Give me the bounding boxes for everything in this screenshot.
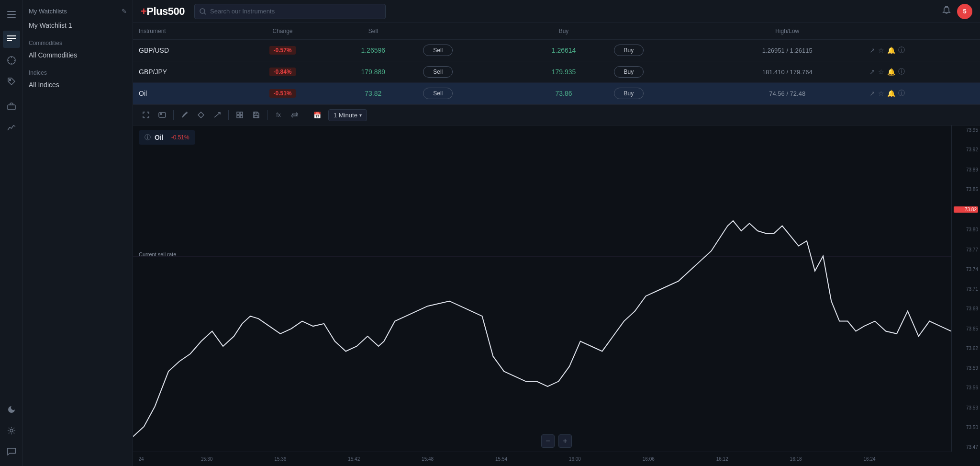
sell-button[interactable]: Sell	[423, 88, 453, 99]
trend-icon[interactable]: ↗	[869, 90, 875, 97]
chart-icon[interactable]	[3, 119, 20, 136]
price-tick: 73.59	[954, 365, 978, 371]
save-button[interactable]	[249, 108, 263, 122]
search-bar[interactable]	[194, 4, 386, 19]
formula-button[interactable]: fx	[271, 108, 286, 122]
table-row[interactable]: Oil -0.51% 73.82 Sell 73.86 Buy 74.56 / …	[133, 83, 980, 104]
chart-area: ⓘ Oil -0.51% Current sell rate 73.95 73.…	[133, 125, 980, 466]
buy-price: 73.86	[556, 90, 572, 97]
fullscreen-button[interactable]	[139, 108, 153, 122]
trend-icon[interactable]: ↗	[869, 46, 875, 54]
col-sell-action	[417, 23, 519, 40]
tag-icon[interactable]	[3, 73, 20, 90]
edit-watchlist-icon[interactable]: ✎	[122, 8, 127, 15]
time-tick: 16:12	[716, 456, 728, 462]
time-interval-selector[interactable]: 1 Minute ▾	[328, 109, 367, 121]
sidebar-item-all-commodities[interactable]: All Commodities	[23, 48, 133, 62]
svg-rect-0	[7, 11, 16, 12]
time-tick: 15:36	[274, 456, 286, 462]
instrument-name: GBP/JPY	[139, 68, 167, 76]
moon-icon[interactable]	[3, 401, 20, 418]
time-tick: 16:00	[569, 456, 581, 462]
alert-icon[interactable]: 🔔	[887, 46, 895, 54]
sell-price: 73.82	[365, 90, 381, 97]
chart-toolbar: fx 📅 1 Minute ▾	[133, 104, 980, 125]
notifications-icon[interactable]	[942, 5, 951, 17]
trend-icon[interactable]: ↗	[869, 68, 875, 76]
time-tick: 24	[139, 456, 144, 462]
row-actions: ↗ ☆ 🔔 ⓘ	[869, 46, 974, 55]
screenshot-button[interactable]	[155, 108, 169, 122]
chart-controls: − +	[541, 434, 572, 448]
price-tick: 73.65	[954, 326, 978, 331]
sidebar-item-all-indices[interactable]: All Indices	[23, 78, 133, 91]
calendar-button[interactable]: 📅	[310, 108, 324, 122]
menu-icon[interactable]	[3, 6, 20, 23]
svg-rect-17	[237, 115, 239, 118]
price-tick: 73.77	[954, 247, 978, 252]
price-tick: 73.71	[954, 286, 978, 292]
buy-price: 1.26614	[552, 46, 576, 54]
col-buy: Buy	[520, 23, 608, 40]
info-icon[interactable]: ⓘ	[898, 46, 905, 55]
star-icon[interactable]: ☆	[878, 68, 884, 76]
buy-price: 179.935	[552, 68, 576, 76]
buy-button[interactable]: Buy	[614, 88, 644, 99]
high-low: 181.410 / 179.764	[762, 68, 813, 76]
sidebar-item-watchlist1[interactable]: My Watchlist 1	[23, 19, 133, 32]
price-tick-highlight: 73.82	[954, 206, 978, 213]
svg-rect-14	[160, 114, 162, 114]
discover-icon[interactable]	[3, 52, 20, 69]
watchlist-icon[interactable]	[3, 31, 20, 48]
sell-price: 179.889	[361, 68, 385, 76]
alert-icon[interactable]: 🔔	[887, 90, 895, 97]
briefcase-icon[interactable]	[3, 98, 20, 115]
price-tick: 73.89	[954, 167, 978, 172]
draw-button[interactable]	[178, 108, 192, 122]
price-tick: 73.53	[954, 405, 978, 410]
zoom-out-button[interactable]: −	[541, 434, 555, 448]
svg-rect-2	[7, 17, 16, 18]
instrument-name: GBP/USD	[139, 46, 169, 54]
sell-button[interactable]: Sell	[423, 66, 453, 78]
col-change: Change	[236, 23, 329, 40]
alert-icon[interactable]: 🔔	[887, 68, 895, 76]
user-avatar[interactable]: 5	[957, 4, 972, 19]
watchlists-label: My Watchlists	[29, 8, 67, 15]
table-row[interactable]: GBP/JPY -0.84% 179.889 Sell 179.935 Buy …	[133, 61, 980, 83]
row-actions: ↗ ☆ 🔔 ⓘ	[869, 68, 974, 76]
zoom-in-button[interactable]: +	[558, 434, 572, 448]
app-logo: +Plus500	[141, 5, 185, 18]
trend-button[interactable]	[210, 108, 224, 122]
time-axis: 24 15:30 15:36 15:42 15:48 15:54 16:00 1…	[133, 452, 951, 466]
buy-button[interactable]: Buy	[614, 45, 644, 56]
settings-icon[interactable]	[3, 422, 20, 439]
info-icon[interactable]: ⓘ	[898, 89, 905, 98]
high-low: 1.26951 / 1.26115	[762, 47, 813, 54]
svg-rect-8	[8, 105, 15, 110]
shape-button[interactable]	[194, 108, 208, 122]
star-icon[interactable]: ☆	[878, 90, 884, 97]
sidebar-commodities-label: Commodities	[23, 32, 133, 48]
price-tick: 73.47	[954, 444, 978, 450]
sell-button[interactable]: Sell	[423, 45, 453, 56]
chevron-down-icon: ▾	[359, 113, 362, 118]
buy-button[interactable]: Buy	[614, 66, 644, 78]
search-input[interactable]	[210, 8, 380, 15]
instrument-name: Oil	[139, 90, 147, 97]
price-tick: 73.62	[954, 346, 978, 351]
price-tick: 73.80	[954, 227, 978, 232]
price-axis: 73.95 73.92 73.89 73.86 73.82 73.80 73.7…	[951, 125, 980, 452]
time-tick: 15:30	[200, 456, 212, 462]
compare-button[interactable]	[288, 108, 302, 122]
header-right: 5	[942, 4, 972, 19]
time-tick: 16:06	[643, 456, 655, 462]
svg-point-7	[9, 80, 11, 81]
grid-button[interactable]	[233, 108, 247, 122]
star-icon[interactable]: ☆	[878, 46, 884, 54]
sidebar: My Watchlists ✎ My Watchlist 1 Commoditi…	[23, 0, 133, 466]
table-row[interactable]: GBP/USD -0.57% 1.26596 Sell 1.26614 Buy …	[133, 40, 980, 61]
svg-rect-18	[240, 115, 243, 118]
info-icon[interactable]: ⓘ	[898, 68, 905, 76]
chat-icon[interactable]	[3, 443, 20, 460]
